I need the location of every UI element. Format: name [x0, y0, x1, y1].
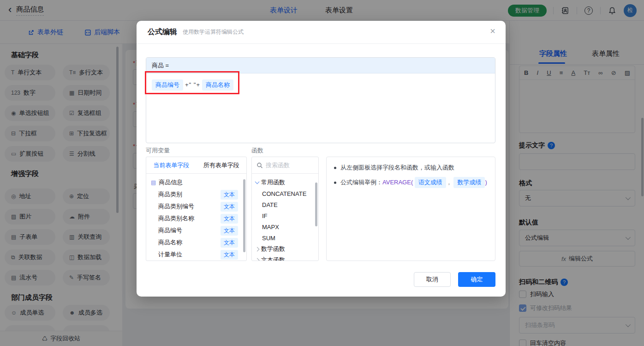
hint-text: 从左侧面板选择字段名和函数，或输入函数	[340, 164, 454, 172]
hint-line-2: 公式编辑举例：AVERAGE( 语文成绩， 数学成绩)	[334, 177, 487, 188]
tree-root-label: 商品信息	[159, 178, 183, 187]
functions-section-label: 函数	[251, 146, 263, 155]
variables-tabs: 当前表单字段 所有表单字段	[146, 157, 246, 174]
example-field-chip: 语文成绩	[415, 177, 446, 188]
field-token[interactable]: 商品名称	[202, 79, 233, 91]
close-icon[interactable]: ×	[490, 26, 495, 36]
function-group-label: 数学函数	[261, 245, 285, 253]
confirm-button[interactable]: 确定	[458, 272, 495, 287]
field-type-badge: 文本	[221, 238, 238, 248]
search-icon	[256, 162, 263, 169]
tree-field-label: 商品名称	[158, 238, 182, 247]
variables-section-label: 可用变量	[146, 146, 170, 155]
tree-field[interactable]: 商品类别编号文本	[146, 200, 246, 212]
tree-root-form[interactable]: ▤ 商品信息	[146, 176, 246, 188]
hints-panel: 从左侧面板选择字段名和函数，或输入函数 公式编辑举例：AVERAGE( 语文成绩…	[326, 157, 495, 261]
tree-field-label: 商品类别编号	[158, 202, 194, 211]
tree-field-label: 计量单位	[158, 250, 182, 259]
field-type-badge: 文本	[221, 226, 238, 236]
modal-title: 公式编辑	[148, 27, 177, 37]
example-field-chip: 数学成绩	[453, 177, 485, 188]
tree-field-label: 商品类别	[158, 190, 182, 199]
function-item[interactable]: IF	[252, 210, 318, 221]
bullet-icon	[334, 167, 336, 169]
tree-field[interactable]: 商品类别文本	[146, 188, 246, 200]
function-group-math[interactable]: 数学函数	[252, 243, 318, 255]
field-type-badge: 文本	[221, 214, 238, 224]
tab-current-form-fields[interactable]: 当前表单字段	[146, 157, 197, 173]
field-type-badge: 文本	[221, 250, 238, 260]
field-token[interactable]: 商品编号	[152, 79, 183, 91]
function-item[interactable]: DATE	[252, 199, 318, 210]
hint-text: 公式编辑举例：AVERAGE( 语文成绩， 数学成绩)	[340, 177, 487, 188]
operator-text: +" "+	[185, 81, 200, 88]
formula-input-area[interactable]: 商品编号+" "+商品名称	[146, 73, 495, 143]
tab-all-form-fields[interactable]: 所有表单字段	[197, 157, 247, 173]
chevron-right-icon	[255, 247, 260, 251]
hint-line-1: 从左侧面板选择字段名和函数，或输入函数	[334, 164, 454, 172]
field-type-badge: 文本	[221, 190, 238, 200]
tree-field-label: 商品类别名称	[158, 214, 194, 223]
function-group-common[interactable]: 常用函数	[252, 177, 318, 188]
functions-panel: 常用函数 CONCATENATE DATE IF MAPX SUM 数学函数 文…	[251, 157, 319, 261]
form-document-icon: ▤	[151, 179, 156, 186]
function-group-label: 常用函数	[261, 178, 285, 187]
tree-field[interactable]: 商品名称文本	[146, 237, 246, 249]
chevron-right-icon	[255, 258, 260, 261]
tree-field[interactable]: 商品编号文本	[146, 225, 246, 237]
formula-editor: 商品 = 商品编号+" "+商品名称	[146, 57, 495, 143]
tree-field[interactable]: 商品类别名称文本	[146, 212, 246, 225]
formula-target: 商品 =	[146, 58, 495, 73]
function-item[interactable]: SUM	[252, 232, 318, 243]
function-item[interactable]: CONCATENATE	[252, 188, 318, 199]
modal-subtitle: 使用数学运算符编辑公式	[183, 28, 244, 36]
variables-panel: 当前表单字段 所有表单字段 ▤ 商品信息 商品类别文本 商品类别编号文本 商品类…	[146, 157, 247, 261]
modal-header: 公式编辑 使用数学运算符编辑公式 ×	[137, 21, 506, 44]
function-search	[252, 157, 318, 174]
cancel-button[interactable]: 取消	[414, 272, 451, 287]
function-group-label: 文本函数	[261, 256, 285, 261]
chevron-down-icon	[255, 180, 260, 184]
function-search-input[interactable]	[266, 162, 312, 169]
field-type-badge: 文本	[221, 202, 238, 212]
function-item[interactable]: MAPX	[252, 221, 318, 232]
formula-edit-modal: 公式编辑 使用数学运算符编辑公式 × 商品 = 商品编号+" "+商品名称 可用…	[137, 21, 506, 297]
functions-scrollbar[interactable]	[315, 182, 317, 226]
bullet-icon	[334, 182, 336, 184]
tree-field[interactable]: 计量单位文本	[146, 249, 246, 261]
function-group-text[interactable]: 文本函数	[252, 255, 318, 261]
variables-scrollbar[interactable]	[243, 179, 245, 252]
tree-field-label: 商品编号	[158, 226, 182, 235]
